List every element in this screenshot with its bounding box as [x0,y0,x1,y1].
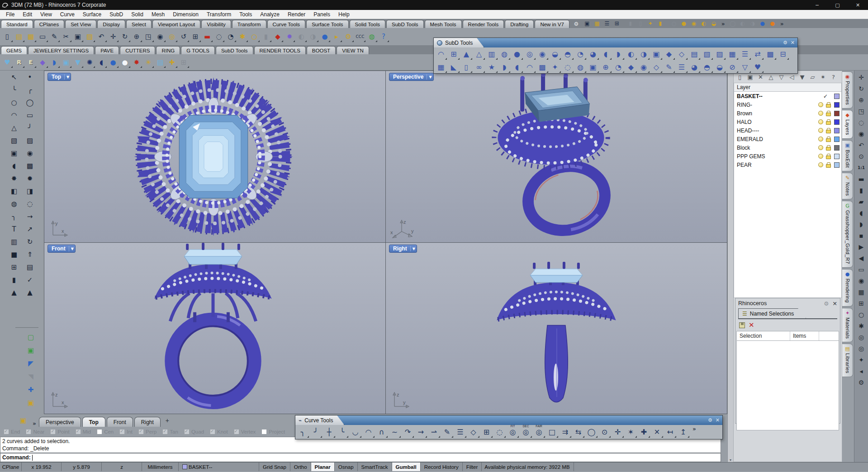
layer-color-swatch[interactable] [834,111,840,116]
toolbar-tab-select[interactable]: Select [126,20,152,28]
subd-link-curve-icon[interactable]: ◌ [561,61,574,73]
status-ortho[interactable]: Ortho [290,463,311,471]
subd-insert-point-icon[interactable]: ⊕ [599,61,612,73]
save-selection-icon[interactable] [739,322,745,328]
table-icon[interactable]: ⊞ [612,19,622,28]
orient-curve-icon[interactable]: ✛ [611,425,624,438]
undo-view-icon[interactable]: ↶ [856,139,867,151]
move-icon[interactable]: ↗ [24,223,36,235]
subd-list-options-icon[interactable]: ☰ [675,61,688,73]
viewport-layout-icon[interactable]: ⊞ [856,297,867,309]
solid-tools-icon[interactable]: ■ [8,249,20,260]
view-left-car-icon[interactable]: ◖ [856,207,867,218]
fit-spiral-icon[interactable]: ◎FIT [506,425,519,438]
polygon-icon[interactable]: △ [8,122,20,134]
panel-splitter[interactable]: ▴▾ [727,71,733,462]
status-cplane[interactable]: CPlane [0,463,22,471]
subd-palette-tab[interactable]: SubD Tools [434,38,484,47]
subd-sweep1-icon[interactable]: ◔ [574,48,587,60]
menu-edit[interactable]: Edit [19,11,36,18]
status-available-physical-memory-39[interactable]: Available physical memory: 3922 MB [482,463,574,471]
menu-transform[interactable]: Transform [203,11,235,18]
subd-symmetry-grid-icon[interactable]: ▦ [435,61,447,73]
patch-surface-icon[interactable]: ▩ [24,160,36,172]
block-tools-icon[interactable]: ▣ [25,397,37,409]
layer-color-swatch[interactable] [834,154,840,159]
layer-help-icon[interactable]: ? [829,72,838,82]
help-icon[interactable]: ? [378,31,389,42]
named-selections-list[interactable] [736,341,839,430]
status-planar[interactable]: Planar [311,463,335,471]
command-input[interactable]: Command: [0,453,721,462]
adjustable-blend-icon[interactable]: ◡ [349,425,362,438]
menu-view[interactable]: View [36,11,56,18]
simplify-curve-icon[interactable]: ☰ [454,425,467,438]
plugin-tab-ring[interactable]: RING [156,46,180,54]
side-tab-notes[interactable]: ✎Notes [842,173,853,199]
extend-curve-icon[interactable]: → [24,211,36,222]
subd-box-icon[interactable]: ▣ [650,48,663,60]
shaded-mode-icon[interactable]: ◐ [738,19,748,28]
subd-quad-remesh-icon[interactable]: ▩ [536,61,549,73]
array-icon[interactable]: ⊞ [8,261,20,273]
subd-move-edge-icon[interactable]: ◖ [511,61,523,73]
curve-through-points-icon[interactable]: ╭ [24,84,36,96]
status-x-19-952[interactable]: x 19.952 [22,463,62,471]
adjust-seam-icon[interactable]: ⊙ [598,425,611,438]
osnap-mid[interactable]: Mid [76,429,91,434]
subd-ball-y1-icon[interactable]: ◕ [688,61,701,73]
heart-gem-icon[interactable]: ♥ [1,57,13,68]
rendered-viewport-icon[interactable]: ● [319,31,331,42]
points-on-icon[interactable]: ✱ [237,31,248,42]
layer-visibility-icon[interactable] [818,128,823,133]
two-lights-icon[interactable]: ✱ [856,320,867,331]
paste-icon[interactable]: ▨ [84,31,95,42]
rotate-view-icon[interactable]: ↻ [119,31,131,42]
plugin-tab-subd-tools[interactable]: SubD Tools [216,46,253,54]
split-vertical-icon[interactable]: ◥ [25,371,37,382]
subd-brush-icon[interactable]: ✎ [663,61,675,73]
zoom-1to1-icon[interactable]: 1:1 [856,162,867,173]
viewport-top-title[interactable]: Top▼ [47,73,71,81]
subd-face-icon[interactable]: ◗ [612,48,625,60]
ccc-icon[interactable]: CCC [354,31,366,42]
object-snap-icon[interactable]: ◔ [225,31,237,42]
layer-row-block[interactable]: Block [734,143,841,152]
columns-icon[interactable]: ☰ [602,19,612,28]
named-view-camera-icon[interactable]: ◉ [856,275,867,286]
copy-object-icon[interactable]: ▥ [8,236,20,248]
save-icon[interactable]: ▦ [25,31,37,42]
toolbar-tab-curve-tools[interactable]: Curve Tools [267,20,306,28]
bulb-on-icon[interactable]: ● [679,19,689,28]
curve-from-2-views-icon[interactable]: ∩ [375,425,388,438]
named-selections-tab[interactable]: ☰ Named Selections [738,308,806,318]
pentagon-gem-icon[interactable]: ◆ [37,57,48,68]
delete-selection-icon[interactable]: ✕ [749,321,754,329]
refit-curve-icon[interactable]: ◌ [493,425,506,438]
fillet-curve-icon[interactable]: ╯ [24,122,36,134]
layer-visibility-icon[interactable] [818,111,823,116]
plugin-tab-jewelery-settings[interactable]: JEWELERY SETTINGS [28,46,94,54]
overflow-chevron-icon[interactable]: » [690,425,699,438]
ellipse-icon[interactable]: ◯ [24,97,36,109]
cut-icon[interactable]: ✂ [60,31,72,42]
viewport-right-title[interactable]: Right▼ [389,245,417,253]
osnap-end[interactable]: End [4,429,20,434]
osnap-int[interactable]: Int [119,429,133,434]
raytraced-mode-icon[interactable]: ● [768,19,778,28]
layer-color-swatch[interactable] [834,145,840,151]
gem-plan-icon[interactable]: ⊞ [178,57,190,68]
arc-blend-icon[interactable]: ◠ [362,425,375,438]
toolbar-tab-solid-tools[interactable]: Solid Tools [350,20,385,28]
pin-view-icon[interactable]: ✦ [856,354,867,365]
bulb-select-icon[interactable]: ◉ [689,19,699,28]
menu-dimension[interactable]: Dimension [169,11,203,18]
pyramid-icon[interactable]: ▲ [24,287,36,298]
revolve-icon[interactable]: ◖ [8,160,20,172]
subd-loft-icon[interactable]: ◓ [561,48,574,60]
layer-row-brown[interactable]: Brown [734,109,841,118]
subd-funnel-icon[interactable]: ▽ [739,61,751,73]
remove-knot-icon[interactable]: ✕ [650,425,664,438]
layer-sheet-icon[interactable]: ▱ [808,72,817,82]
status-millimeters[interactable]: Millimeters [142,463,179,471]
